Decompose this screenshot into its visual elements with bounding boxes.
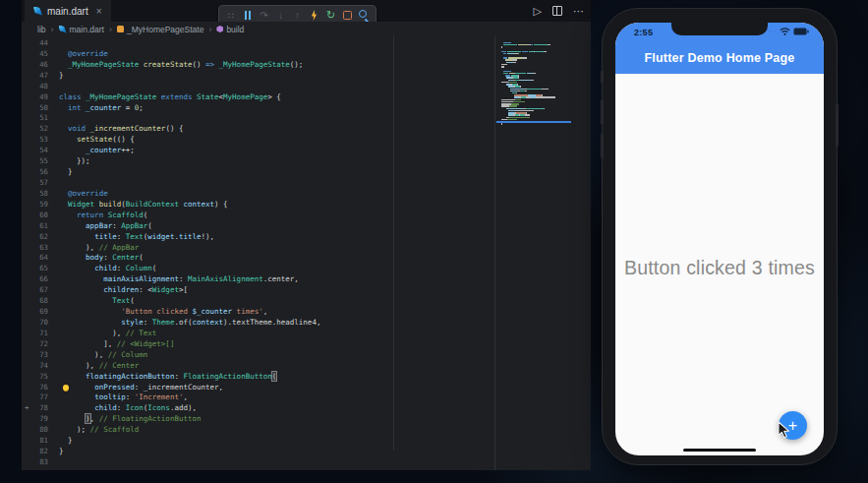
line-number[interactable]: 79 <box>22 414 48 425</box>
code-line-68[interactable]: 68 Text( <box>22 296 494 307</box>
line-number[interactable]: 75 <box>22 372 48 383</box>
code-line-45[interactable]: 45 @override <box>22 49 494 60</box>
line-number[interactable]: 81 <box>22 436 48 447</box>
code-line-55[interactable]: 55 }); <box>22 156 494 167</box>
code-line-46[interactable]: 46 _MyHomePageState createState() => _My… <box>22 60 494 71</box>
line-number[interactable]: 74 <box>22 361 48 372</box>
code-line-75[interactable]: 75 floatingActionButton: FloatingActionB… <box>22 372 494 383</box>
line-number[interactable]: 73 <box>22 350 48 361</box>
code-line-71[interactable]: 71 ), // Text <box>22 329 494 339</box>
code-line-72[interactable]: 72 ], // <Widget>[] <box>22 339 494 350</box>
code-line-53[interactable]: 53 setState(() { <box>22 135 494 146</box>
code-line-81[interactable]: 81 } <box>22 436 494 447</box>
code-line-80[interactable]: 80 ); // Scaffold <box>22 425 494 436</box>
line-number[interactable]: 46 <box>22 60 48 71</box>
code-line-61[interactable]: 61 appBar: AppBar( <box>22 221 494 232</box>
breadcrumb-item-lib[interactable]: lib <box>37 25 46 34</box>
code-line-82[interactable]: 82} <box>22 447 494 457</box>
code-line-76[interactable]: 76 onPressed: _incrementCounter, <box>22 383 494 393</box>
debug-restart-button[interactable]: ↻ <box>324 9 337 22</box>
line-number[interactable]: 76 <box>22 383 48 393</box>
debug-hot-reload-button[interactable] <box>308 9 320 22</box>
tab-close-icon[interactable]: × <box>96 6 102 17</box>
debug-step-over-button[interactable]: ↷ <box>258 9 270 22</box>
code-line-67[interactable]: 67 children: <Widget>[ <box>22 285 494 296</box>
code-line-54[interactable]: 54 _counter++; <box>22 146 494 156</box>
code-line-51[interactable]: 51 <box>22 113 494 124</box>
breadcrumb-item-build[interactable]: build <box>216 25 244 34</box>
code-line-56[interactable]: 56 } <box>22 167 494 178</box>
line-number[interactable]: 66 <box>22 274 48 285</box>
code-editor[interactable]: 4445 @override46 _MyHomePageState create… <box>22 36 591 470</box>
home-indicator[interactable] <box>683 449 756 452</box>
debug-stop-button[interactable] <box>341 9 354 22</box>
line-number[interactable]: 52 <box>22 124 48 135</box>
code-line-74[interactable]: 74 ), // Center <box>22 361 494 372</box>
line-number[interactable]: 62 <box>22 232 48 243</box>
code-line-66[interactable]: 66 mainAxisAlignment: MainAxisAlignment.… <box>22 274 494 285</box>
line-number[interactable]: 56 <box>22 167 48 178</box>
line-number[interactable]: 51 <box>22 113 48 124</box>
line-number[interactable]: 58 <box>22 189 48 200</box>
line-number[interactable]: 44 <box>22 38 48 49</box>
line-number[interactable]: 55 <box>22 156 48 167</box>
split-editor-button[interactable] <box>552 6 562 16</box>
debug-grip-button[interactable]: ∷ <box>224 9 237 22</box>
line-number[interactable]: 57 <box>22 178 48 189</box>
line-number[interactable]: 60 <box>22 211 48 221</box>
breadcrumb-item--myhomepagestate[interactable]: _MyHomePageState <box>117 25 203 34</box>
code-line-64[interactable]: 64 body: Center( <box>22 253 494 264</box>
code-line-58[interactable]: 58 @override <box>22 189 494 200</box>
line-number[interactable]: 59 <box>22 200 48 211</box>
code-line-49[interactable]: 49class _MyHomePageState extends State<M… <box>22 92 494 103</box>
code-line-44[interactable]: 44 <box>22 38 494 49</box>
line-number[interactable]: 80 <box>22 425 48 436</box>
code-line-57[interactable]: 57 <box>22 178 494 189</box>
lightbulb-icon[interactable] <box>63 385 69 391</box>
code-line-79[interactable]: 79 ), // FloatingActionButton <box>22 414 494 425</box>
line-number[interactable]: 83 <box>22 457 48 468</box>
line-number[interactable]: 63 <box>22 243 48 254</box>
code-line-83[interactable]: 83 <box>22 457 494 468</box>
code-line-77[interactable]: 77 tooltip: 'Increment', <box>22 392 494 403</box>
line-number[interactable]: 67 <box>22 285 48 296</box>
code-line-73[interactable]: 73 ), // Column <box>22 350 494 361</box>
code-line-59[interactable]: 59 Widget build(BuildContext context) { <box>22 200 494 211</box>
line-number[interactable]: 47 <box>22 71 48 82</box>
line-number[interactable]: 71 <box>22 329 48 339</box>
line-number[interactable]: 69 <box>22 307 48 318</box>
code-line-65[interactable]: 65 child: Column( <box>22 264 494 274</box>
code-line-62[interactable]: 62 title: Text(widget.title!), <box>22 232 494 243</box>
line-number[interactable]: 53 <box>22 135 48 146</box>
breadcrumb-item-main-dart[interactable]: main.dart <box>59 25 104 34</box>
line-number[interactable]: 68 <box>22 296 48 307</box>
line-number[interactable]: 72 <box>22 339 48 350</box>
code-line-69[interactable]: 69 'Button clicked $_counter times', <box>22 307 494 318</box>
code-line-78[interactable]: 78+ child: Icon(Icons.add), <box>22 403 494 414</box>
code-line-60[interactable]: 60 return Scaffold( <box>22 211 494 221</box>
line-number[interactable]: 82 <box>22 447 48 457</box>
run-button[interactable]: ▷ <box>534 5 542 18</box>
debug-inspector-button[interactable] <box>358 9 371 22</box>
more-actions-button[interactable]: ⋯ <box>573 5 584 18</box>
debug-step-into-button[interactable]: ↓ <box>274 9 287 22</box>
line-number[interactable]: 54 <box>22 146 48 156</box>
line-number[interactable]: 49 <box>22 92 48 103</box>
line-number[interactable]: 48 <box>22 82 48 92</box>
line-number[interactable]: 61 <box>22 221 48 232</box>
phone-screen[interactable]: 2:55 ···· Flutter Demo Home Page <box>615 23 824 455</box>
code-line-63[interactable]: 63 ), // AppBar <box>22 243 494 254</box>
code-line-50[interactable]: 50 int _counter = 0; <box>22 103 494 114</box>
line-number[interactable]: 64 <box>22 253 48 264</box>
debug-pause-button[interactable] <box>241 9 254 22</box>
minimap[interactable] <box>501 39 572 127</box>
code-line-47[interactable]: 47} <box>22 71 494 82</box>
tab-main-dart[interactable]: main.dart × <box>25 0 111 22</box>
code-line-52[interactable]: 52 void _incrementCounter() { <box>22 124 494 135</box>
code-line-70[interactable]: 70 style: Theme.of(context).textTheme.he… <box>22 318 494 329</box>
line-number[interactable]: 65 <box>22 264 48 274</box>
line-number[interactable]: 70 <box>22 318 48 329</box>
line-number[interactable]: 77 <box>22 392 48 403</box>
line-number[interactable]: 50 <box>22 103 48 114</box>
debug-step-out-button[interactable]: ↑ <box>291 9 304 22</box>
